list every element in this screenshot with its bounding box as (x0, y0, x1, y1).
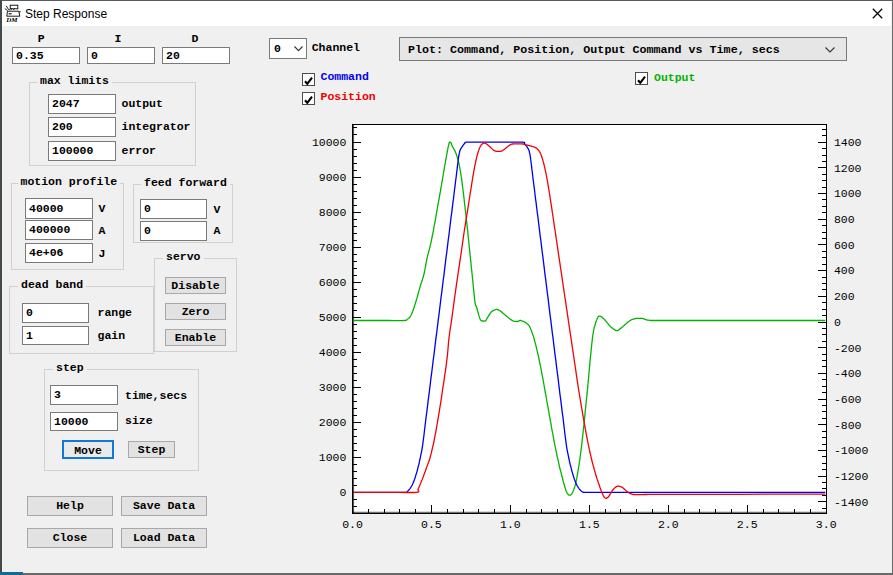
svg-text:-1400: -1400 (834, 496, 869, 509)
svg-text:2.5: 2.5 (737, 518, 758, 531)
svg-text:6000: 6000 (319, 276, 347, 289)
svg-text:-400: -400 (834, 367, 862, 380)
svg-text:400: 400 (834, 264, 855, 277)
svg-text:-800: -800 (834, 419, 862, 432)
svg-text:7000: 7000 (319, 241, 347, 254)
svg-text:1.0: 1.0 (500, 518, 521, 531)
svg-text:-1000: -1000 (834, 444, 869, 457)
svg-text:0: 0 (339, 486, 346, 499)
svg-text:1000: 1000 (834, 187, 862, 200)
svg-text:1000: 1000 (319, 451, 347, 464)
svg-text:2000: 2000 (319, 416, 347, 429)
svg-text:2.0: 2.0 (658, 518, 679, 531)
svg-text:600: 600 (834, 239, 855, 252)
svg-text:4000: 4000 (319, 346, 347, 359)
svg-text:8000: 8000 (319, 206, 347, 219)
svg-text:1200: 1200 (834, 162, 862, 175)
svg-text:10000: 10000 (312, 136, 347, 149)
svg-text:5000: 5000 (319, 311, 347, 324)
svg-text:3000: 3000 (319, 381, 347, 394)
svg-text:-200: -200 (834, 342, 862, 355)
svg-text:0: 0 (834, 316, 841, 329)
svg-text:3.0: 3.0 (816, 518, 837, 531)
svg-text:-1200: -1200 (834, 470, 869, 483)
svg-text:1.5: 1.5 (579, 518, 600, 531)
svg-text:9000: 9000 (319, 171, 347, 184)
svg-text:-600: -600 (834, 393, 862, 406)
svg-text:200: 200 (834, 290, 855, 303)
svg-text:0.0: 0.0 (342, 518, 363, 531)
svg-text:1400: 1400 (834, 136, 862, 149)
svg-text:800: 800 (834, 213, 855, 226)
svg-text:0.5: 0.5 (421, 518, 442, 531)
